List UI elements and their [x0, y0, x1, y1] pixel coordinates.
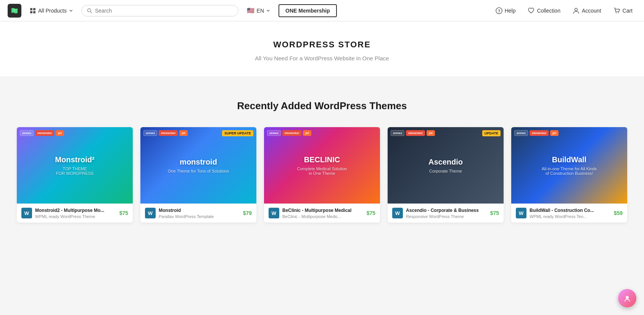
search-box[interactable] — [81, 5, 238, 16]
theme-display-name: BECLINIC — [304, 155, 340, 164]
cart-icon — [613, 7, 620, 14]
theme-tagline: TOP THEMEFOR WORDPRESS — [56, 166, 93, 176]
product-card[interactable]: zemez elementor jet BuildWall All-in-one… — [511, 127, 627, 223]
product-description: WPML ready WordPress Theme — [35, 214, 116, 219]
collection-nav-item[interactable]: Collection — [524, 5, 564, 16]
chevron-down-icon — [69, 9, 73, 13]
product-description: WPML ready WordPress Ten... — [530, 214, 611, 219]
theme-display-name: Monstroid² — [55, 155, 94, 164]
product-name: Monstroid — [159, 208, 240, 214]
wordpress-icon: W — [21, 208, 32, 218]
product-name: BeClinic - Multipurpose Medical — [282, 208, 364, 214]
product-footer: W Monstroid2 - Multipurpose Mo... WPML r… — [17, 204, 133, 223]
product-price: $59 — [614, 210, 623, 216]
one-membership-button[interactable]: ONE Membership — [279, 4, 337, 17]
svg-rect-2 — [30, 11, 32, 13]
product-description: BeClinic - Multipurpose Medic... — [282, 214, 364, 219]
product-price: $75 — [367, 210, 375, 216]
theme-tagline: Complete Medical Solutionin One Theme — [297, 166, 347, 176]
product-name: BuildWall - Construction Co... — [530, 208, 611, 214]
product-price: $75 — [490, 210, 499, 216]
grid-icon — [30, 8, 36, 14]
theme-display-name: monstroid — [180, 157, 217, 166]
wordpress-icon: W — [145, 208, 156, 218]
product-card[interactable]: zemez elementor jet SUPER UPDATE monstro… — [140, 127, 256, 223]
theme-tagline: One Theme for Tons of Solutions — [168, 169, 229, 173]
product-footer: W BuildWall - Construction Co... WPML re… — [511, 204, 627, 223]
hero-section: WORDPRESS STORE All You Need For a WordP… — [0, 21, 644, 77]
svg-rect-0 — [30, 8, 32, 10]
theme-inner: BECLINIC Complete Medical Solutionin One… — [264, 127, 380, 204]
theme-tagline: Corporate Theme — [429, 169, 462, 173]
search-input[interactable] — [95, 8, 233, 14]
wordpress-icon: W — [392, 208, 403, 218]
search-icon — [87, 8, 92, 13]
product-description: Parallax WordPress Template — [159, 214, 240, 219]
product-grid: zemez elementor jet Monstroid² TOP THEME… — [17, 127, 627, 223]
product-info: BuildWall - Construction Co... WPML read… — [530, 208, 611, 219]
svg-point-10 — [618, 13, 619, 13]
svg-rect-3 — [33, 11, 35, 13]
navbar: All Products 🇺🇸 EN ONE Membership ? Help… — [0, 0, 644, 21]
svg-point-8 — [575, 8, 577, 11]
product-name: Monstroid2 - Multipurpose Mo... — [35, 208, 116, 214]
flag-icon: 🇺🇸 — [247, 7, 254, 14]
help-nav-item[interactable]: ? Help — [492, 5, 520, 16]
product-card[interactable]: zemez elementor jet UPDATE Ascendio Corp… — [388, 127, 504, 223]
svg-text:?: ? — [497, 8, 500, 13]
svg-point-9 — [616, 13, 617, 13]
theme-tagline: All-in-one Theme for All Kindsof Constru… — [542, 166, 597, 176]
product-footer: W Ascendio - Corporate & Business Respon… — [388, 204, 504, 223]
cart-nav-item[interactable]: Cart — [610, 5, 636, 16]
language-selector[interactable]: 🇺🇸 EN — [243, 5, 274, 16]
account-icon — [573, 7, 580, 14]
product-info: BeClinic - Multipurpose Medical BeClinic… — [282, 208, 364, 219]
product-card[interactable]: zemez elementor jet BECLINIC Complete Me… — [264, 127, 380, 223]
product-info: Monstroid2 - Multipurpose Mo... WPML rea… — [35, 208, 116, 219]
theme-inner: Monstroid² TOP THEMEFOR WORDPRESS — [17, 127, 133, 204]
product-price: $79 — [243, 210, 252, 216]
product-image: zemez elementor jet BuildWall All-in-one… — [511, 127, 627, 204]
product-name: Ascendio - Corporate & Business — [406, 208, 487, 214]
theme-inner: Ascendio Corporate Theme — [388, 127, 504, 204]
product-description: Responsive WordPress Theme — [406, 214, 487, 219]
product-info: Ascendio - Corporate & Business Responsi… — [406, 208, 487, 219]
theme-inner: monstroid One Theme for Tons of Solution… — [140, 127, 256, 204]
theme-display-name: Ascendio — [428, 157, 463, 166]
section-title: Recently Added WordPress Themes — [15, 100, 629, 112]
all-products-menu[interactable]: All Products — [26, 5, 77, 16]
product-image: zemez elementor jet UPDATE Ascendio Corp… — [388, 127, 504, 204]
theme-inner: BuildWall All-in-one Theme for All Kinds… — [511, 127, 627, 204]
theme-display-name: BuildWall — [552, 155, 586, 164]
wordpress-icon: W — [269, 208, 279, 218]
main-content: Recently Added WordPress Themes zemez el… — [0, 77, 644, 238]
heart-icon — [528, 7, 535, 14]
product-price: $75 — [119, 210, 128, 216]
product-image: zemez elementor jet Monstroid² TOP THEME… — [17, 127, 133, 204]
help-icon: ? — [496, 7, 502, 14]
product-footer: W BeClinic - Multipurpose Medical BeClin… — [264, 204, 380, 223]
product-info: Monstroid Parallax WordPress Template — [159, 208, 240, 219]
product-footer: W Monstroid Parallax WordPress Template … — [140, 204, 256, 223]
lang-chevron-icon — [266, 9, 270, 13]
site-logo[interactable] — [8, 4, 21, 18]
account-nav-item[interactable]: Account — [569, 5, 605, 16]
product-card[interactable]: zemez elementor jet Monstroid² TOP THEME… — [17, 127, 133, 223]
svg-rect-1 — [33, 8, 35, 10]
svg-line-5 — [90, 11, 92, 13]
wordpress-icon: W — [516, 208, 526, 218]
hero-title: WORDPRESS STORE — [8, 40, 636, 50]
product-image: zemez elementor jet SUPER UPDATE monstro… — [140, 127, 256, 204]
hero-subtitle: All You Need For a WordPress Website in … — [8, 55, 636, 61]
language-code: EN — [257, 8, 264, 14]
product-image: zemez elementor jet BECLINIC Complete Me… — [264, 127, 380, 204]
